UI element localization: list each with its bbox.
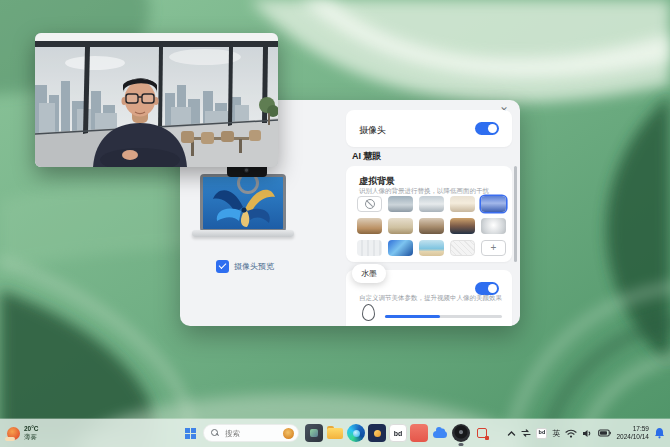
- sync-arrows-icon[interactable]: [521, 429, 531, 437]
- camera-app-icon[interactable]: [452, 424, 470, 442]
- clock-date: 2024/10/14: [616, 433, 649, 441]
- navy-app-icon[interactable]: [368, 424, 386, 442]
- running-indicator: [459, 443, 464, 446]
- ai-section-header: AI 慧眼: [352, 150, 382, 163]
- bg-tile-living-room-beige[interactable]: [388, 218, 413, 234]
- screenshot-tool-icon[interactable]: [473, 424, 491, 442]
- camera-toggle[interactable]: [475, 122, 499, 135]
- bg-tile-office-warm[interactable]: [450, 196, 475, 212]
- style-tooltip: 水墨: [352, 264, 386, 283]
- virtual-bg-grid: +: [357, 196, 503, 256]
- bg-tile-white-lattice[interactable]: [450, 240, 475, 256]
- volume-icon[interactable]: [582, 429, 593, 438]
- battery-icon[interactable]: [598, 429, 611, 437]
- bg-tile-blue-wave[interactable]: [388, 240, 413, 256]
- beauty-description: 自定义调节美体参数，提升视频中人像的美颜效果: [359, 294, 502, 303]
- system-tray: bd 英: [507, 419, 665, 447]
- weather-condition: 薄雾: [24, 433, 39, 441]
- cloud-drive-icon[interactable]: [431, 424, 449, 442]
- virtual-background-description: 识别人像的背景进行替换，以降低画面的干扰: [359, 187, 489, 196]
- bg-tile-office-light[interactable]: [419, 196, 444, 212]
- bg-tile-living-room-warm[interactable]: [357, 218, 382, 234]
- ime-language-indicator[interactable]: 英: [552, 428, 560, 439]
- start-button[interactable]: [180, 423, 200, 443]
- clock[interactable]: 17:59 2024/10/14: [616, 425, 649, 442]
- search-input[interactable]: [223, 428, 279, 439]
- bg-tile-beach[interactable]: [419, 240, 444, 256]
- virtual-background-card: 虚拟背景 识别人像的背景进行替换，以降低画面的干扰 +: [346, 166, 512, 262]
- file-explorer-icon[interactable]: [326, 424, 344, 442]
- camera-preview-checkbox-label: 摄像头预览: [234, 261, 274, 272]
- red-app-icon[interactable]: [410, 424, 428, 442]
- weather-icon: [7, 427, 20, 440]
- windows-logo-icon: [185, 428, 190, 433]
- desktop: – ✕ 摄像头预览 摄像头: [0, 0, 670, 447]
- bg-tile-office-blue-gray[interactable]: [388, 196, 413, 212]
- taskbar: 20°C 薄雾 bd: [0, 419, 670, 447]
- camera-preview-window[interactable]: [35, 33, 278, 167]
- face-shape-icon: [362, 304, 375, 321]
- wifi-icon[interactable]: [565, 429, 577, 438]
- bg-tile-sketch-light[interactable]: [357, 240, 382, 256]
- hidden-icons-chevron[interactable]: [507, 430, 516, 437]
- weather-widget[interactable]: 20°C 薄雾: [7, 419, 39, 447]
- bg-tile-city-buildings[interactable]: [419, 218, 444, 234]
- bd-app-icon[interactable]: bd: [389, 424, 407, 442]
- search-icon: [211, 429, 219, 437]
- bg-tile-add-custom[interactable]: +: [481, 240, 506, 256]
- edge-browser-icon[interactable]: [347, 424, 365, 442]
- clock-time: 17:59: [633, 425, 649, 433]
- camera-preview-checkbox[interactable]: [216, 260, 229, 273]
- tray-app-badge[interactable]: bd: [536, 428, 547, 439]
- beauty-slider-fill: [385, 315, 440, 318]
- camera-toggle-card: 摄像头: [346, 110, 512, 147]
- search-highlight-icon[interactable]: [283, 428, 294, 439]
- taskbar-apps: bd: [305, 424, 491, 442]
- webcam-feed: [35, 33, 278, 167]
- dialog-scrollbar[interactable]: [514, 166, 517, 262]
- search-box[interactable]: [203, 424, 299, 442]
- bg-tile-gray-blur[interactable]: [481, 218, 506, 234]
- dark-app-icon[interactable]: [305, 424, 323, 442]
- weather-temperature: 20°C: [24, 425, 39, 433]
- beauty-slider[interactable]: [385, 315, 502, 318]
- bg-tile-office-blue[interactable]: [481, 196, 506, 212]
- laptop-base-illustration: [192, 230, 294, 237]
- camera-toggle-label: 摄像头: [359, 124, 386, 137]
- bg-tile-none[interactable]: [357, 196, 382, 212]
- notification-bell-icon[interactable]: [654, 427, 665, 439]
- bg-tile-city-sunset[interactable]: [450, 218, 475, 234]
